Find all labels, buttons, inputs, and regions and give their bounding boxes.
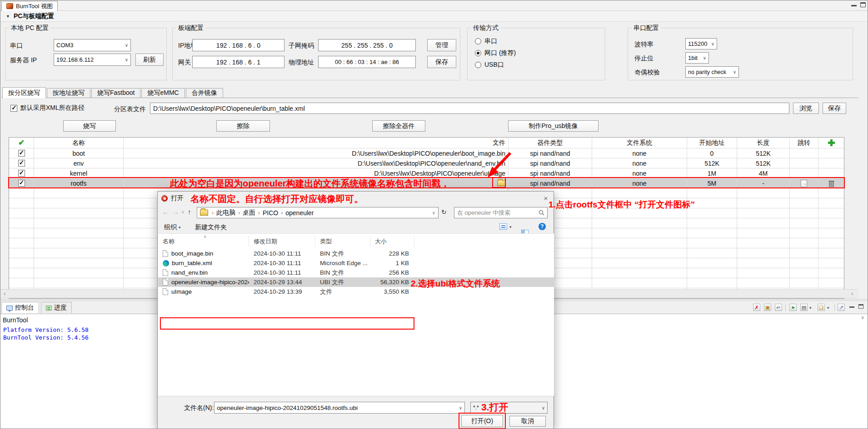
col-header-file[interactable]: 文件 <box>124 138 509 148</box>
chevron-down-icon[interactable]: ∨ <box>432 210 435 215</box>
table-row-kernel[interactable]: kernel D:\Users\lwx\Desktop\PICO\openeul… <box>9 168 844 178</box>
partition-file-input[interactable]: D:\Users\lwx\Desktop\PICO\openeuler\burn… <box>150 103 789 114</box>
cancel-button[interactable]: 取消 <box>509 416 546 427</box>
scroll-left-icon[interactable]: ‹ <box>4 290 5 297</box>
tab-progress[interactable]: 进度 <box>41 302 72 313</box>
chevron-down-icon[interactable]: ▾ <box>827 306 829 310</box>
search-input[interactable]: 在 openeuler 中搜索 <box>454 207 548 218</box>
file-row-nand-env[interactable]: nand_env.bin 2024-10-30 11:11 BIN 文件 256… <box>158 268 554 277</box>
tab-burn-fastboot[interactable]: 烧写Fastboot <box>91 88 140 98</box>
board-ip-field[interactable]: 192 . 168 . 6 . 0 <box>192 39 284 51</box>
col-header-length[interactable]: 长度 <box>737 138 790 148</box>
table-row-env[interactable]: env D:\Users\lwx\Desktop\PICO\openeuler\… <box>9 158 844 168</box>
tab-burn-emmc[interactable]: 烧写eMMC <box>141 88 185 98</box>
breadcrumb[interactable]: ›此电脑 ›桌面 ›PICO ›openeuler ∨ <box>197 207 439 218</box>
table-header-row: 名称 文件 器件类型 文件系统 开始地址 长度 跳转 <box>9 138 844 148</box>
use-xml-path-label: 默认采用XML所在路径 <box>20 104 85 112</box>
minimize-icon[interactable] <box>851 5 857 6</box>
word-wrap-icon[interactable]: ↵ <box>775 304 782 311</box>
crumb-desktop[interactable]: 桌面 <box>243 209 255 217</box>
save-board-button[interactable]: 保存 <box>427 56 456 68</box>
file-col-type[interactable]: 类型 <box>315 236 370 247</box>
save-xml-button[interactable]: 保存 <box>823 103 846 114</box>
server-ip-select[interactable]: 192.168.6.112∨ <box>54 54 131 66</box>
maximize-console-icon[interactable] <box>858 304 863 309</box>
jump-icon[interactable] <box>801 180 807 187</box>
col-header-filesystem[interactable]: 文件系统 <box>592 138 687 148</box>
add-row-icon[interactable] <box>828 139 835 146</box>
server-ip-value: 192.168.6.112 <box>56 56 94 63</box>
scroll-lock-icon[interactable]: ▣ <box>764 304 771 311</box>
forward-icon[interactable]: → <box>172 208 179 216</box>
file-row-boot-image[interactable]: boot_image.bin 2024-10-30 11:11 BIN 文件 2… <box>158 249 554 258</box>
new-folder-button[interactable]: 新建文件夹 <box>195 223 227 232</box>
search-icon[interactable] <box>539 210 544 216</box>
table-row-boot[interactable]: boot D:\Users\lwx\Desktop\PICO\openeuler… <box>9 148 844 158</box>
display-console-icon[interactable]: ▤ <box>800 304 808 311</box>
open-console-icon[interactable]: ❏ <box>818 304 825 311</box>
tab-burn-by-address[interactable]: 按地址烧写 <box>47 88 90 98</box>
file-col-date[interactable]: 修改日期 <box>249 236 315 247</box>
scroll-down-icon[interactable]: ∨ <box>861 315 864 321</box>
help-icon[interactable]: ? <box>539 223 546 230</box>
open-button[interactable]: 打开(O) <box>461 415 503 427</box>
up-icon[interactable]: ↑ <box>188 208 191 216</box>
refresh-icon[interactable]: ↻ <box>441 208 447 216</box>
row-checkbox[interactable] <box>18 160 25 167</box>
row-checkbox[interactable] <box>18 170 25 177</box>
file-col-size[interactable]: 大小 <box>370 236 414 247</box>
row-checkbox[interactable] <box>18 180 25 187</box>
netmask-field[interactable]: 255 . 255 . 255 . 0 <box>318 39 416 51</box>
pin-console-icon[interactable]: ➤ <box>789 304 797 311</box>
view-tab-label: BurnTool 视图 <box>16 2 53 10</box>
recent-locations-icon[interactable]: ∨ <box>181 210 185 214</box>
serial-port-label: 串口 <box>10 42 23 50</box>
maximize-icon[interactable] <box>860 2 866 7</box>
manage-button[interactable]: 管理 <box>427 39 456 51</box>
refresh-button[interactable]: 刷新 <box>135 54 164 66</box>
radio-network[interactable]: 网口 (推荐) <box>475 49 516 57</box>
make-pro-usb-image-button[interactable]: 制作Pro_usb镜像 <box>508 120 599 132</box>
erase-button[interactable]: 擦除 <box>216 120 270 132</box>
baud-select[interactable]: 115200∨ <box>685 38 717 49</box>
erase-all-button[interactable]: 擦除全器件 <box>372 120 425 132</box>
radio-serial[interactable]: 串口 <box>475 37 497 45</box>
trash-icon[interactable] <box>828 180 834 187</box>
back-icon[interactable]: ← <box>162 208 169 216</box>
collapse-arrow-icon[interactable]: ▼ <box>6 14 10 19</box>
tab-console[interactable]: 控制台 <box>1 302 39 313</box>
file-row-burn-table[interactable]: burn_table.xml 2024-10-30 11:11 Microsof… <box>158 258 554 268</box>
crumb-openeuler[interactable]: openeuler <box>285 209 314 217</box>
col-header-name[interactable]: 名称 <box>34 138 124 148</box>
scroll-right-icon[interactable]: › <box>851 290 853 297</box>
use-xml-path-checkbox[interactable]: 默认采用XML所在路径 <box>10 104 85 112</box>
filename-input[interactable]: openeuler-image-hipico-20241029051548.ro… <box>214 402 465 414</box>
radio-usb[interactable]: USB口 <box>475 61 504 69</box>
select-all-check-icon[interactable] <box>18 138 25 148</box>
mac-field[interactable]: 00 : 66 : 03 : 14 : ae : 86 <box>318 56 416 68</box>
browse-button[interactable]: 浏览 <box>793 103 819 114</box>
open-file-icon[interactable] <box>497 180 505 186</box>
col-header-device[interactable]: 器件类型 <box>509 138 592 148</box>
chevron-down-icon[interactable]: ▾ <box>809 306 812 310</box>
progress-icon <box>46 306 52 311</box>
gateway-field[interactable]: 192 . 168 . 6 . 1 <box>192 56 284 68</box>
minimize-console-icon[interactable] <box>849 306 854 308</box>
chevron-down-icon[interactable]: ▾ <box>509 225 512 229</box>
parity-select[interactable]: no parity check∨ <box>685 66 739 78</box>
clear-console-icon[interactable]: ✗ <box>753 304 760 311</box>
view-tab-burntool[interactable]: BurnTool 视图 <box>1 1 58 11</box>
col-header-start[interactable]: 开始地址 <box>687 138 737 148</box>
serial-port-select[interactable]: COM3∨ <box>54 39 131 51</box>
crumb-pico[interactable]: PICO <box>263 209 278 217</box>
view-mode-icon[interactable] <box>499 223 507 230</box>
burn-button[interactable]: 烧写 <box>63 120 116 132</box>
col-header-jump[interactable]: 跳转 <box>790 138 818 148</box>
row-checkbox[interactable] <box>18 150 25 157</box>
tab-merge-image[interactable]: 合并镜像 <box>186 88 223 98</box>
stopbit-select[interactable]: 1bit∨ <box>685 52 709 64</box>
crumb-this-pc[interactable]: 此电脑 <box>216 209 235 217</box>
tab-burn-by-partition[interactable]: 按分区烧写 <box>2 87 46 98</box>
open-link-icon[interactable]: ↗ <box>838 304 845 311</box>
organize-menu[interactable]: 组织▾ <box>164 223 181 232</box>
